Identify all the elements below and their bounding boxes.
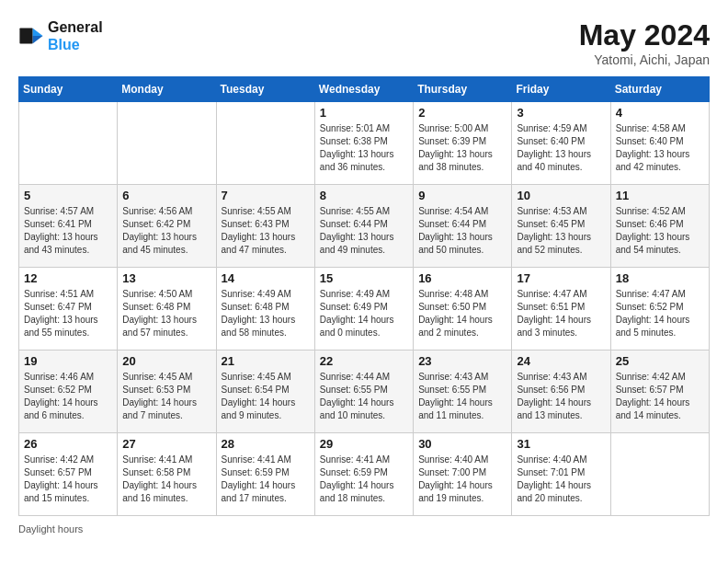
calendar-cell: 5Sunrise: 4:57 AM Sunset: 6:41 PM Daylig… [19,185,118,268]
calendar-cell: 14Sunrise: 4:49 AM Sunset: 6:48 PM Dayli… [216,268,314,350]
day-info: Sunrise: 4:47 AM Sunset: 6:52 PM Dayligh… [616,288,704,339]
day-of-week-header: Thursday [414,77,512,102]
day-of-week-header: Friday [512,77,610,102]
day-info: Sunrise: 4:44 AM Sunset: 6:55 PM Dayligh… [320,371,408,422]
day-info: Sunrise: 4:43 AM Sunset: 6:55 PM Dayligh… [418,371,506,422]
day-info: Sunrise: 4:43 AM Sunset: 6:56 PM Dayligh… [517,371,605,422]
calendar-cell: 13Sunrise: 4:50 AM Sunset: 6:48 PM Dayli… [118,268,216,350]
day-number: 22 [320,354,408,368]
calendar-cell: 6Sunrise: 4:56 AM Sunset: 6:42 PM Daylig… [118,185,216,268]
calendar-cell: 23Sunrise: 4:43 AM Sunset: 6:55 PM Dayli… [414,350,512,433]
day-number: 2 [418,106,506,120]
calendar-cell: 12Sunrise: 4:51 AM Sunset: 6:47 PM Dayli… [19,268,118,350]
calendar-cell: 18Sunrise: 4:47 AM Sunset: 6:52 PM Dayli… [610,268,709,350]
day-number: 4 [616,106,704,120]
calendar-cell: 26Sunrise: 4:42 AM Sunset: 6:57 PM Dayli… [19,433,118,516]
logo-text: General Blue [48,18,103,53]
calendar-cell: 21Sunrise: 4:45 AM Sunset: 6:54 PM Dayli… [216,350,314,433]
calendar-week-row: 19Sunrise: 4:46 AM Sunset: 6:52 PM Dayli… [19,350,710,433]
day-info: Sunrise: 4:45 AM Sunset: 6:54 PM Dayligh… [222,371,310,422]
day-info: Sunrise: 4:51 AM Sunset: 6:47 PM Dayligh… [24,288,112,339]
calendar-cell: 31Sunrise: 4:40 AM Sunset: 7:01 PM Dayli… [512,433,610,516]
calendar-body: 1Sunrise: 5:01 AM Sunset: 6:38 PM Daylig… [19,102,710,516]
day-number: 25 [616,354,704,368]
day-number: 23 [418,354,506,368]
day-number: 14 [222,271,310,285]
svg-marker-0 [32,29,42,36]
day-info: Sunrise: 4:41 AM Sunset: 6:58 PM Dayligh… [122,454,210,505]
calendar-cell [118,102,216,185]
day-of-week-header: Saturday [610,77,709,102]
day-number: 30 [418,437,506,451]
calendar-week-row: 1Sunrise: 5:01 AM Sunset: 6:38 PM Daylig… [19,102,710,185]
calendar-cell: 29Sunrise: 4:41 AM Sunset: 6:59 PM Dayli… [314,433,413,516]
day-info: Sunrise: 5:01 AM Sunset: 6:38 PM Dayligh… [320,122,408,174]
calendar-cell: 22Sunrise: 4:44 AM Sunset: 6:55 PM Dayli… [314,350,413,433]
day-number: 11 [616,189,704,202]
calendar-header: SundayMondayTuesdayWednesdayThursdayFrid… [19,77,710,102]
day-info: Sunrise: 4:49 AM Sunset: 6:49 PM Dayligh… [320,288,408,339]
day-info: Sunrise: 4:41 AM Sunset: 6:59 PM Dayligh… [320,454,408,505]
calendar-cell: 24Sunrise: 4:43 AM Sunset: 6:56 PM Dayli… [512,350,610,433]
calendar-cell: 16Sunrise: 4:48 AM Sunset: 6:50 PM Dayli… [414,268,512,350]
day-of-week-header: Tuesday [216,77,314,102]
location: Yatomi, Aichi, Japan [579,52,710,67]
day-of-week-header: Wednesday [314,77,413,102]
day-info: Sunrise: 4:52 AM Sunset: 6:46 PM Dayligh… [616,205,704,257]
day-number: 19 [24,354,112,368]
day-info: Sunrise: 4:54 AM Sunset: 6:44 PM Dayligh… [418,205,506,257]
day-info: Sunrise: 4:47 AM Sunset: 6:51 PM Dayligh… [517,288,605,339]
day-info: Sunrise: 4:57 AM Sunset: 6:41 PM Dayligh… [24,205,112,257]
day-info: Sunrise: 4:56 AM Sunset: 6:42 PM Dayligh… [122,205,210,257]
calendar-cell: 11Sunrise: 4:52 AM Sunset: 6:46 PM Dayli… [610,185,709,268]
calendar-cell: 7Sunrise: 4:55 AM Sunset: 6:43 PM Daylig… [216,185,314,268]
day-info: Sunrise: 4:42 AM Sunset: 6:57 PM Dayligh… [616,371,704,422]
calendar-cell: 17Sunrise: 4:47 AM Sunset: 6:51 PM Dayli… [512,268,610,350]
day-info: Sunrise: 4:59 AM Sunset: 6:40 PM Dayligh… [517,122,605,174]
day-info: Sunrise: 4:46 AM Sunset: 6:52 PM Dayligh… [24,371,112,422]
month-title: May 2024 [579,18,710,52]
day-number: 31 [517,437,605,451]
day-number: 8 [320,189,408,202]
day-number: 24 [517,354,605,368]
calendar-week-row: 26Sunrise: 4:42 AM Sunset: 6:57 PM Dayli… [19,433,710,516]
day-info: Sunrise: 4:48 AM Sunset: 6:50 PM Dayligh… [418,288,506,339]
day-number: 15 [320,271,408,285]
day-info: Sunrise: 4:40 AM Sunset: 7:01 PM Dayligh… [517,454,605,505]
logo: General Blue [18,18,103,53]
day-info: Sunrise: 4:55 AM Sunset: 6:44 PM Dayligh… [320,205,408,257]
day-number: 18 [616,271,704,285]
calendar-cell [216,102,314,185]
calendar-cell: 2Sunrise: 5:00 AM Sunset: 6:39 PM Daylig… [414,102,512,185]
day-number: 21 [222,354,310,368]
day-info: Sunrise: 5:00 AM Sunset: 6:39 PM Dayligh… [418,122,506,174]
calendar-cell: 20Sunrise: 4:45 AM Sunset: 6:53 PM Dayli… [118,350,216,433]
calendar-table: SundayMondayTuesdayWednesdayThursdayFrid… [18,76,710,516]
day-number: 17 [517,271,605,285]
day-number: 10 [517,189,605,202]
day-info: Sunrise: 4:53 AM Sunset: 6:45 PM Dayligh… [517,205,605,257]
day-number: 12 [24,271,112,285]
day-info: Sunrise: 4:45 AM Sunset: 6:53 PM Dayligh… [122,371,210,422]
calendar-cell [19,102,118,185]
calendar-cell: 1Sunrise: 5:01 AM Sunset: 6:38 PM Daylig… [314,102,413,185]
day-number: 27 [122,437,210,451]
calendar-cell [610,433,709,516]
svg-marker-1 [32,36,42,43]
calendar-cell: 28Sunrise: 4:41 AM Sunset: 6:59 PM Dayli… [216,433,314,516]
day-number: 6 [122,189,210,202]
footer: Daylight hours [18,523,710,534]
day-info: Sunrise: 4:42 AM Sunset: 6:57 PM Dayligh… [24,454,112,505]
day-number: 1 [320,106,408,120]
page-header: General Blue May 2024 Yatomi, Aichi, Jap… [18,18,710,67]
day-number: 16 [418,271,506,285]
day-info: Sunrise: 4:40 AM Sunset: 7:00 PM Dayligh… [418,454,506,505]
day-number: 5 [24,189,112,202]
svg-rect-2 [19,29,32,44]
calendar-cell: 27Sunrise: 4:41 AM Sunset: 6:58 PM Dayli… [118,433,216,516]
calendar-cell: 15Sunrise: 4:49 AM Sunset: 6:49 PM Dayli… [314,268,413,350]
day-number: 29 [320,437,408,451]
day-info: Sunrise: 4:50 AM Sunset: 6:48 PM Dayligh… [122,288,210,339]
calendar-cell: 3Sunrise: 4:59 AM Sunset: 6:40 PM Daylig… [512,102,610,185]
day-number: 28 [222,437,310,451]
